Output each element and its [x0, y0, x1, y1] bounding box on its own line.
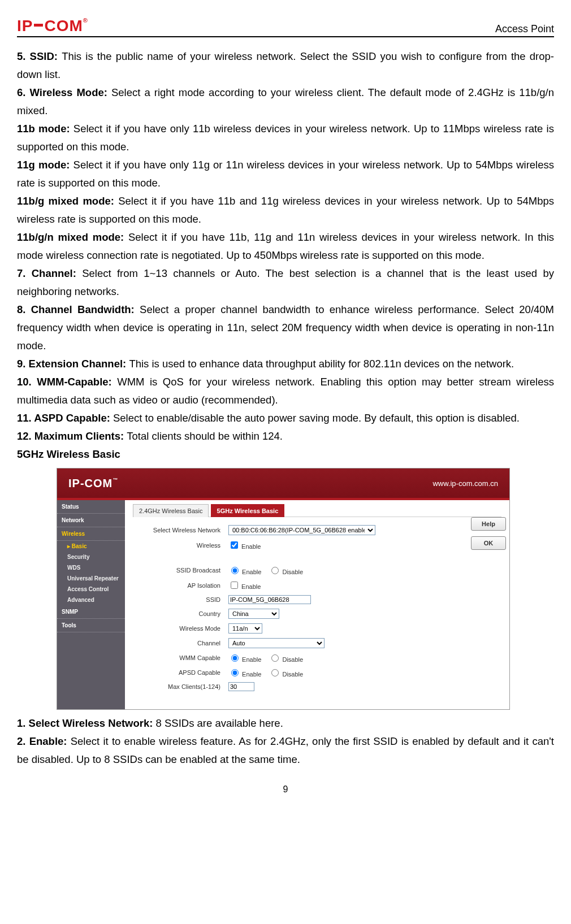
tab-5ghz[interactable]: 5GHz Wireless Basic — [211, 504, 285, 517]
item-11-text: Select to enable/disable the auto power … — [113, 412, 520, 424]
item-6-label: 6. Wireless Mode: — [17, 86, 111, 98]
item-5-label: 5. SSID: — [17, 50, 62, 62]
item-10-label: 10. WMM-Capable: — [17, 376, 117, 388]
mode-11bgn-label: 11b/g/n mixed mode: — [17, 231, 128, 243]
ss-logo: IP-COM™ — [68, 477, 118, 490]
checkbox-wireless-enable[interactable] — [231, 541, 238, 549]
nav-universal-repeater[interactable]: Universal Repeater — [57, 573, 125, 584]
ok-button[interactable]: OK — [471, 536, 506, 550]
nav-wds[interactable]: WDS — [57, 562, 125, 573]
item-7-label: 7. Channel: — [17, 267, 82, 279]
item-5-text: This is the public name of your wireless… — [17, 50, 554, 80]
radio-ssidbc-disable[interactable] — [271, 567, 279, 574]
nav-wireless[interactable]: Wireless — [57, 527, 125, 541]
q2-label: 2. Enable: — [17, 735, 71, 747]
label-select-network: Select Wireless Network — [133, 527, 228, 533]
radio-wmm-disable[interactable] — [271, 654, 279, 662]
label-ssid: SSID — [133, 596, 228, 603]
item-11-label: 11. ASPD Capable: — [17, 412, 113, 424]
q1-text: 8 SSIDs are available here. — [156, 717, 283, 729]
item-9-label: 9. Extension Channel: — [17, 358, 129, 370]
nav-status[interactable]: Status — [57, 500, 125, 514]
checkbox-ap-isolation[interactable] — [231, 582, 238, 589]
ss-url: www.ip-com.com.cn — [432, 479, 498, 488]
mode-11b-label: 11b mode: — [17, 123, 73, 135]
label-wireless-mode: Wireless Mode — [133, 625, 228, 632]
label-ssid-broadcast: SSID Broadcast — [133, 567, 228, 574]
ss-tabs: 2.4GHz Wireless Basic 5GHz Wireless Basi… — [133, 504, 501, 517]
mode-11b-text: Select it if you have only 11b wireless … — [17, 123, 554, 153]
radio-apsd-enable[interactable] — [231, 669, 239, 676]
nav-basic[interactable]: Basic — [57, 541, 125, 552]
help-button[interactable]: Help — [471, 517, 506, 531]
item-12-text: Total clients should be within 124. — [127, 430, 283, 442]
label-apsd: APSD Capable — [133, 669, 228, 676]
label-country: Country — [133, 610, 228, 617]
nav-snmp[interactable]: SNMP — [57, 605, 125, 619]
label-ap-isolation: AP Isolation — [133, 582, 228, 589]
q1-label: 1. Select Wireless Network: — [17, 717, 156, 729]
radio-wmm-enable[interactable] — [231, 654, 239, 662]
select-wireless-mode[interactable]: 11a/n — [228, 623, 262, 634]
document-body: 5. SSID: This is the public name of your… — [17, 47, 554, 769]
mode-11g-label: 11g mode: — [17, 159, 73, 171]
nav-advanced[interactable]: Advanced — [57, 595, 125, 605]
brand-logo: IPCOM® — [17, 17, 88, 35]
label-max-clients: Max Clients(1-124) — [133, 683, 228, 690]
ss-header: IP-COM™ www.ip-com.com.cn — [57, 468, 509, 498]
nav-access-control[interactable]: Access Control — [57, 584, 125, 595]
mode-11bg-label: 11b/g mixed mode: — [17, 195, 118, 207]
nav-security[interactable]: Security — [57, 552, 125, 562]
ss-main-panel: 2.4GHz Wireless Basic 5GHz Wireless Basi… — [125, 500, 509, 709]
ss-sidebar: Status Network Wireless Basic Security W… — [57, 500, 125, 709]
input-max-clients[interactable] — [228, 682, 254, 691]
nav-network[interactable]: Network — [57, 514, 125, 527]
mode-11g-text: Select it if you have only 11g or 11n wi… — [17, 159, 554, 189]
item-9-text: This is used to enhance data throughput … — [129, 358, 514, 370]
radio-ssidbc-enable[interactable] — [231, 567, 239, 574]
header-title: Access Point — [495, 23, 554, 35]
q2-text: Select it to enable wireless feature. As… — [17, 735, 554, 765]
item-12-label: 12. Maximum Clients: — [17, 430, 127, 442]
input-ssid[interactable] — [228, 595, 311, 604]
label-channel: Channel — [133, 640, 228, 647]
page-number: 9 — [17, 784, 554, 795]
item-7-text: Select from 1~13 channels or Auto. The b… — [17, 267, 554, 297]
item-8-label: 8. Channel Bandwidth: — [17, 303, 140, 315]
section-5ghz-title: 5GHz Wireless Basic — [17, 445, 554, 463]
page-header: IPCOM® Access Point — [17, 17, 554, 37]
select-wireless-network[interactable]: 00:B0:C6:06:B6:28(IP-COM_5G_06B628 enabl… — [228, 525, 375, 535]
tab-24ghz[interactable]: 2.4GHz Wireless Basic — [133, 504, 209, 517]
select-channel[interactable]: Auto — [228, 638, 325, 648]
label-wmm: WMM Capable — [133, 654, 228, 661]
radio-apsd-disable[interactable] — [271, 669, 279, 676]
router-ui-screenshot: IP-COM™ www.ip-com.com.cn Status Network… — [57, 468, 510, 710]
nav-tools[interactable]: Tools — [57, 619, 125, 632]
select-country[interactable]: China — [228, 609, 279, 619]
label-wireless: Wireless — [133, 542, 228, 549]
